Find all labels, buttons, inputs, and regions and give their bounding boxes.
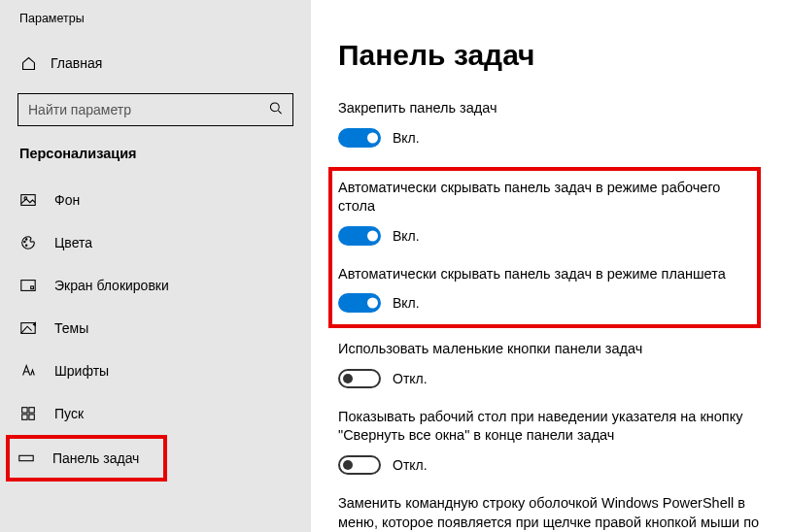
sidebar-item-label: Пуск (54, 406, 84, 421)
setting-autohide-tablet: Автоматически скрывать панель задач в ре… (338, 265, 751, 314)
content-area: Панель задач Закрепить панель задач Вкл.… (311, 0, 788, 532)
sidebar-item-label: Панель задач (52, 450, 139, 466)
picture-icon (19, 191, 37, 209)
svg-rect-12 (29, 415, 34, 419)
svg-point-5 (25, 245, 26, 246)
setting-peek-desktop: Показывать рабочий стол при наведении ук… (338, 408, 761, 475)
setting-autohide-desktop: Автоматически скрывать панель задач в ре… (338, 179, 751, 246)
nav-home[interactable]: Главная (17, 47, 311, 80)
sidebar-item-label: Фон (54, 192, 80, 208)
sidebar-item-fonts[interactable]: Шрифты (17, 349, 311, 392)
start-icon (19, 405, 37, 422)
sidebar-item-label: Цвета (54, 235, 92, 250)
toggle-status: Вкл. (393, 295, 420, 311)
sidebar-item-start[interactable]: Пуск (17, 392, 311, 435)
sidebar-item-background[interactable]: Фон (17, 179, 311, 221)
setting-label: Закрепить панель задач (338, 99, 761, 118)
setting-powershell: Заменить командную строку оболочкой Wind… (338, 494, 761, 532)
setting-small-buttons: Использовать маленькие кнопки панели зад… (338, 340, 761, 388)
svg-rect-9 (22, 408, 27, 413)
toggle-status: Вкл. (393, 130, 420, 146)
sidebar-item-colors[interactable]: Цвета (17, 221, 311, 264)
svg-rect-13 (19, 455, 33, 460)
toggle-lock-taskbar[interactable] (338, 128, 381, 148)
taskbar-icon (17, 449, 35, 467)
sidebar-item-label: Шрифты (54, 363, 109, 379)
highlighted-settings: Автоматически скрывать панель задач в ре… (328, 167, 761, 329)
nav-home-label: Главная (51, 55, 102, 71)
svg-rect-11 (22, 415, 27, 419)
sidebar-item-label: Экран блокировки (54, 278, 169, 293)
toggle-status: Откл. (393, 371, 428, 386)
fonts-icon (19, 362, 37, 380)
toggle-status: Вкл. (393, 228, 420, 244)
toggle-peek-desktop[interactable] (338, 455, 381, 475)
svg-point-4 (25, 239, 26, 240)
themes-icon (19, 319, 37, 337)
setting-label: Заменить командную строку оболочкой Wind… (338, 494, 761, 532)
svg-rect-7 (31, 286, 34, 289)
search-icon (268, 101, 284, 119)
sidebar: Параметры Главная Персонализация Фон (0, 0, 311, 532)
svg-point-0 (270, 103, 279, 112)
svg-rect-10 (29, 408, 34, 413)
toggle-autohide-tablet[interactable] (338, 293, 381, 313)
sidebar-item-taskbar[interactable]: Панель задач (6, 435, 167, 482)
home-icon (19, 54, 37, 72)
toggle-autohide-desktop[interactable] (338, 226, 381, 246)
svg-point-3 (24, 241, 25, 242)
setting-label: Использовать маленькие кнопки панели зад… (338, 340, 761, 359)
toggle-status: Откл. (393, 457, 428, 473)
setting-label: Автоматически скрывать панель задач в ре… (338, 265, 751, 284)
setting-label: Показывать рабочий стол при наведении ук… (338, 408, 761, 446)
lockscreen-icon (19, 277, 37, 294)
window-title: Параметры (17, 12, 311, 25)
search-field[interactable] (17, 93, 293, 126)
setting-lock-taskbar: Закрепить панель задач Вкл. (338, 99, 761, 148)
setting-label: Автоматически скрывать панель задач в ре… (338, 179, 751, 216)
page-title: Панель задач (338, 39, 761, 72)
section-heading: Персонализация (17, 146, 311, 161)
toggle-small-buttons[interactable] (338, 369, 381, 388)
search-input[interactable] (17, 93, 293, 126)
sidebar-item-lockscreen[interactable]: Экран блокировки (17, 264, 311, 307)
sidebar-item-label: Темы (54, 320, 88, 336)
palette-icon (19, 234, 37, 251)
sidebar-item-themes[interactable]: Темы (17, 307, 311, 349)
